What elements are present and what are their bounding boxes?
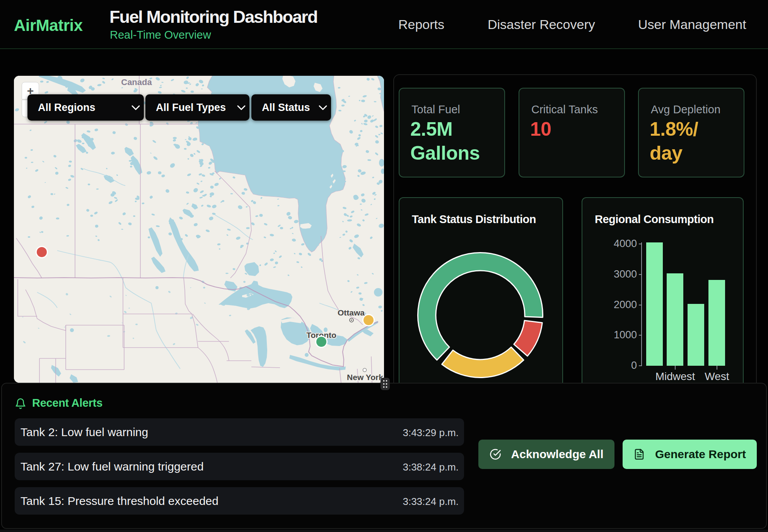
svg-text:Ottawa: Ottawa — [338, 308, 365, 317]
svg-text:New York: New York — [347, 373, 383, 382]
svg-text:Canada: Canada — [121, 77, 152, 87]
